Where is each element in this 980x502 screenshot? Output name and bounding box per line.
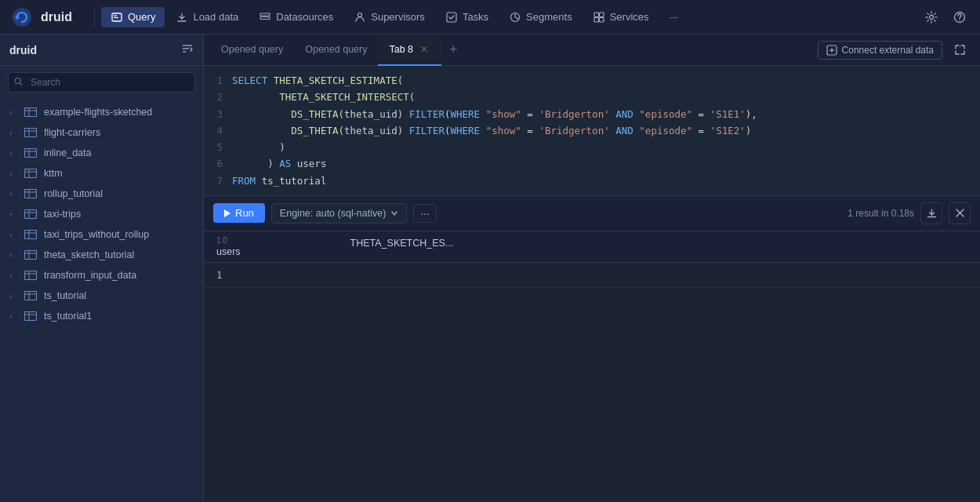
settings-button[interactable] (920, 6, 942, 28)
list-item[interactable]: › transform_input_data (0, 265, 203, 286)
col-name-theta: THETA_SKETCH_ES... (350, 238, 454, 249)
nav-item-more[interactable]: ··· (660, 7, 688, 27)
chevron-right-icon: › (9, 108, 17, 117)
code-line-4: DS_THETA(theta_uid) FILTER(WHERE "show" … (232, 122, 971, 139)
sidebar-header: druid (0, 35, 203, 66)
svg-rect-46 (25, 271, 37, 280)
list-item[interactable]: › inline_data (0, 143, 203, 163)
result-row: 1 (204, 263, 980, 288)
close-results-button[interactable] (949, 202, 971, 224)
run-button-label: Run (235, 207, 254, 219)
svg-rect-52 (25, 312, 37, 321)
list-item[interactable]: › ts_tutorial1 (0, 306, 203, 326)
svg-rect-12 (594, 17, 599, 22)
nav-item-tasks[interactable]: Tasks (436, 7, 498, 27)
datasource-name: example-flights-sketched (44, 107, 152, 118)
code-line-7: FROM ts_tutorial (232, 173, 971, 189)
engine-select[interactable]: Engine: auto (sql-native) (271, 203, 408, 224)
svg-rect-43 (25, 251, 37, 260)
connect-icon (826, 45, 837, 56)
datasource-name: theta_sketch_tutorial (44, 249, 134, 260)
svg-rect-40 (25, 231, 37, 239)
list-item[interactable]: › example-flights-sketched (0, 102, 203, 122)
query-toolbar: Run Engine: auto (sql-native) ··· 1 resu… (204, 196, 980, 231)
datasource-name: inline_data (44, 147, 91, 158)
load-data-icon (176, 11, 188, 24)
engine-label: Engine: auto (sql-native) (280, 208, 387, 219)
sidebar: druid › example-flights-sketched › (0, 35, 204, 502)
svg-line-21 (20, 83, 23, 85)
datasource-list: › example-flights-sketched › flight-carr… (0, 99, 203, 502)
column-header-users: 1.0 users (216, 236, 241, 257)
run-triangle-icon (224, 209, 230, 217)
svg-point-20 (15, 78, 20, 84)
chevron-right-icon: › (9, 271, 17, 280)
tab-opened-query-2[interactable]: Opened query (294, 35, 378, 66)
list-item[interactable]: › theta_sketch_tutorial (0, 245, 203, 265)
svg-rect-10 (594, 13, 599, 17)
results-header: 1.0 users THETA_SKETCH_ES... (204, 231, 980, 263)
download-button[interactable] (920, 202, 942, 224)
table-icon (24, 290, 38, 301)
code-line-6: ) AS users (232, 155, 971, 172)
connect-external-data-button[interactable]: Connect external data (818, 41, 942, 60)
svg-rect-5 (260, 13, 270, 16)
table-icon (24, 209, 38, 220)
svg-rect-11 (599, 13, 604, 17)
nav-item-supervisors[interactable]: Supervisors (344, 7, 434, 27)
nav-item-query[interactable]: Query (101, 7, 165, 27)
code-editor[interactable]: 1 2 3 4 5 6 7 SELECT THETA_SKETCH_ESTIMA… (204, 66, 980, 196)
svg-rect-37 (25, 210, 37, 219)
chevron-right-icon: › (9, 129, 17, 137)
list-item[interactable]: › taxi_trips_without_rollup (0, 224, 203, 245)
svg-rect-8 (447, 13, 456, 22)
tab-close-button[interactable]: ✕ (418, 43, 430, 56)
table-icon (24, 127, 38, 138)
list-item[interactable]: › rollup_tutorial (0, 184, 203, 204)
help-button[interactable] (949, 6, 971, 28)
tab-tab8[interactable]: Tab 8 ✕ (378, 35, 441, 66)
more-options-button[interactable]: ··· (413, 204, 437, 223)
tab-opened-query-1[interactable]: Opened query (210, 35, 294, 66)
tab-add-button[interactable]: + (441, 35, 466, 66)
line-numbers: 1 2 3 4 5 6 7 (204, 72, 232, 189)
code-content: SELECT THETA_SKETCH_ESTIMATE( THETA_SKET… (232, 72, 980, 189)
datasource-name: rollup_tutorial (44, 188, 103, 199)
nav-item-datasources[interactable]: Datasources (249, 7, 343, 27)
svg-rect-49 (25, 292, 37, 300)
svg-point-16 (959, 19, 960, 20)
list-item[interactable]: › taxi-trips (0, 204, 203, 224)
chevron-right-icon: › (9, 292, 17, 300)
expand-icon-button[interactable] (949, 39, 971, 61)
run-button[interactable]: Run (213, 203, 265, 223)
chevron-right-icon: › (9, 312, 17, 321)
nav-right (920, 6, 971, 28)
result-info: 1 result in 0.18s (848, 208, 914, 219)
list-item[interactable]: › kttm (0, 163, 203, 184)
nav-label-more: ··· (670, 11, 678, 23)
column-header-theta: THETA_SKETCH_ES... (350, 236, 454, 257)
svg-rect-25 (25, 129, 37, 137)
search-box (8, 72, 195, 93)
svg-rect-22 (25, 108, 37, 117)
code-line-2: THETA_SKETCH_INTERSECT( (232, 89, 971, 105)
app-logo-text: druid (41, 10, 72, 24)
nav-item-segments[interactable]: Segments (499, 7, 582, 27)
datasources-icon (259, 11, 271, 24)
results-area: 1.0 users THETA_SKETCH_ES... 1 (204, 231, 980, 502)
nav-items: Query Load data Datasources Supervisors (101, 7, 920, 27)
nav-item-services[interactable]: Services (583, 7, 659, 27)
datasource-name: ts_tutorial1 (44, 311, 92, 322)
list-item[interactable]: › flight-carriers (0, 122, 203, 143)
svg-rect-13 (599, 17, 604, 22)
datasource-name: flight-carriers (44, 127, 100, 138)
list-item[interactable]: › ts_tutorial (0, 286, 203, 306)
table-icon (24, 229, 38, 240)
table-icon (24, 249, 38, 260)
chevron-right-icon: › (9, 149, 17, 158)
nav-item-load-data[interactable]: Load data (166, 7, 248, 27)
search-input[interactable] (8, 72, 195, 93)
sidebar-sort-button[interactable] (181, 42, 194, 57)
table-icon (24, 311, 38, 322)
tabs-right: Connect external data (818, 39, 980, 61)
